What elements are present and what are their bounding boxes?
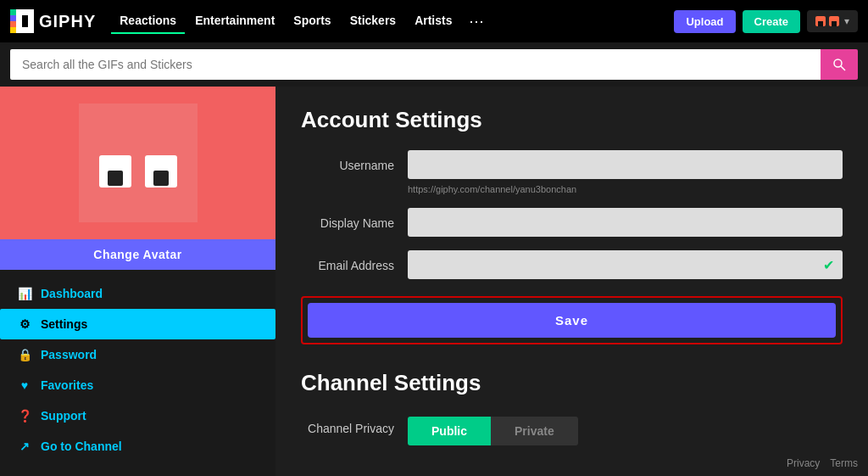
channel-icon: ↗ — [17, 440, 32, 453]
svg-rect-6 — [22, 27, 34, 33]
username-label: Username — [301, 150, 394, 172]
nav-sports[interactable]: Sports — [285, 8, 339, 34]
privacy-row: Channel Privacy Public Private — [301, 413, 843, 445]
channel-settings-section: Channel Settings Channel Privacy Public … — [301, 370, 843, 445]
svg-rect-7 — [28, 15, 34, 27]
sidebar-label-settings: Settings — [41, 317, 87, 331]
search-button[interactable] — [821, 49, 858, 80]
heart-icon: ♥ — [17, 378, 32, 392]
sidebar-item-support[interactable]: ❓ Support — [0, 400, 275, 431]
nav-artists[interactable]: Artists — [406, 8, 460, 34]
nav-stickers[interactable]: Stickers — [342, 8, 404, 34]
svg-point-8 — [834, 59, 842, 67]
change-avatar-button[interactable]: Change Avatar — [0, 239, 275, 270]
svg-rect-3 — [10, 27, 16, 33]
public-button[interactable]: Public — [408, 417, 491, 445]
right-panel: Account Settings Username https://giphy.… — [275, 87, 868, 476]
header-actions: Upload Create ▾ — [674, 10, 858, 33]
display-name-label: Display Name — [301, 208, 394, 230]
nav-more-icon[interactable]: ⋯ — [462, 8, 491, 34]
main-content: Change Avatar 📊 Dashboard ⚙ Settings 🔒 P… — [0, 87, 868, 476]
display-name-row: Display Name — [301, 208, 843, 237]
sidebar-label-password: Password — [41, 348, 97, 361]
search-icon — [832, 58, 846, 71]
avatar-eye-inner-right — [153, 171, 169, 186]
nav-reactions[interactable]: Reactions — [111, 8, 185, 34]
giphy-logo-icon — [10, 9, 34, 33]
email-field-wrap: ✔ — [408, 250, 843, 279]
sidebar-item-settings[interactable]: ⚙ Settings — [0, 309, 275, 339]
svg-rect-2 — [10, 21, 16, 27]
chevron-down-icon: ▾ — [844, 15, 849, 27]
user-avatar-icon — [815, 14, 839, 29]
svg-rect-4 — [16, 9, 22, 33]
email-row: Email Address ✔ — [301, 250, 843, 279]
sidebar-item-channel[interactable]: ↗ Go to Channel — [0, 431, 275, 462]
avatar-eye-left — [99, 155, 131, 188]
settings-icon: ⚙ — [17, 317, 32, 331]
email-label: Email Address — [301, 250, 394, 272]
email-input-wrap: ✔ — [408, 250, 843, 279]
svg-rect-1 — [10, 15, 16, 21]
search-bar — [0, 42, 868, 87]
account-settings-title: Account Settings — [301, 107, 843, 133]
username-input[interactable] — [408, 150, 843, 179]
search-input[interactable] — [10, 49, 821, 80]
sidebar-item-dashboard[interactable]: 📊 Dashboard — [0, 278, 275, 309]
logo-text: GIPHY — [39, 12, 96, 31]
upload-button[interactable]: Upload — [674, 10, 735, 33]
svg-rect-5 — [22, 9, 34, 15]
svg-line-9 — [841, 66, 845, 70]
sidebar: Change Avatar 📊 Dashboard ⚙ Settings 🔒 P… — [0, 87, 275, 476]
footer-links: Privacy Terms — [787, 457, 858, 469]
create-button[interactable]: Create — [743, 10, 800, 33]
email-input[interactable] — [408, 250, 843, 279]
lock-icon: 🔒 — [17, 348, 32, 361]
display-name-field-wrap — [408, 208, 843, 237]
avatar-image — [79, 104, 198, 222]
username-row: Username https://giphy.com/channel/yanu3… — [301, 150, 843, 194]
sidebar-nav: 📊 Dashboard ⚙ Settings 🔒 Password ♥ Favo… — [0, 270, 275, 470]
save-button-wrap: Save — [301, 296, 843, 344]
avatar-eye-right — [145, 155, 177, 188]
channel-url: https://giphy.com/channel/yanu3bonchan — [408, 184, 843, 194]
channel-settings-title: Channel Settings — [301, 370, 843, 396]
privacy-link[interactable]: Privacy — [787, 457, 820, 469]
user-avatar-button[interactable]: ▾ — [807, 10, 858, 32]
save-button[interactable]: Save — [308, 303, 836, 338]
display-name-input[interactable] — [408, 208, 843, 237]
sidebar-label-favorites: Favorites — [41, 378, 93, 392]
sidebar-label-channel: Go to Channel — [41, 440, 122, 453]
logo[interactable]: GIPHY — [10, 9, 96, 33]
main-nav: Reactions Entertainment Sports Stickers … — [111, 8, 667, 34]
email-verified-icon: ✔ — [823, 257, 834, 273]
username-field-wrap: https://giphy.com/channel/yanu3bonchan — [408, 150, 843, 194]
private-button[interactable]: Private — [491, 417, 578, 445]
sidebar-item-password[interactable]: 🔒 Password — [0, 339, 275, 370]
privacy-toggle: Public Private — [408, 417, 578, 445]
sidebar-label-support: Support — [41, 409, 86, 423]
dashboard-icon: 📊 — [17, 287, 32, 300]
nav-entertainment[interactable]: Entertainment — [186, 8, 283, 34]
question-icon: ❓ — [17, 409, 32, 423]
avatar-eye-inner-left — [108, 171, 123, 186]
privacy-label: Channel Privacy — [301, 413, 394, 435]
sidebar-item-favorites[interactable]: ♥ Favorites — [0, 370, 275, 400]
svg-rect-0 — [10, 9, 16, 15]
header: GIPHY Reactions Entertainment Sports Sti… — [0, 0, 868, 42]
avatar-face — [99, 155, 177, 188]
sidebar-label-dashboard: Dashboard — [41, 287, 103, 300]
terms-link[interactable]: Terms — [830, 457, 858, 469]
avatar-section: Change Avatar — [0, 87, 275, 270]
